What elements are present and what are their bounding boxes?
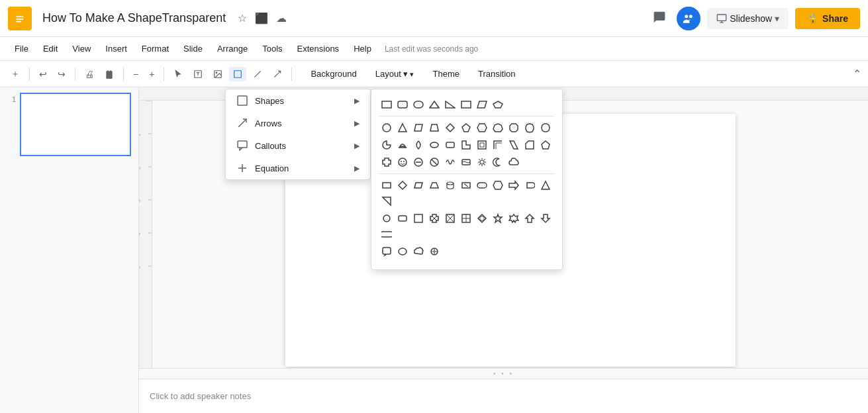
background-button[interactable]: Background	[303, 66, 364, 82]
pentagon-shape[interactable]	[491, 97, 505, 112]
flowinvsqrt-shape[interactable]	[379, 194, 394, 208]
shapes-menu-item[interactable]: Shapes ▶	[226, 89, 370, 112]
menu-extensions[interactable]: Extensions	[291, 41, 346, 56]
flowoval-shape[interactable]	[395, 244, 410, 259]
line-tool[interactable]	[249, 67, 266, 81]
rounded-rect-shape[interactable]	[395, 97, 410, 112]
flowtriangle-shape[interactable]	[538, 178, 553, 193]
equation-menu-item[interactable]: Equation ▶	[226, 157, 370, 179]
flowparallelogram-shape[interactable]	[411, 178, 426, 193]
forbidden-shape[interactable]	[427, 155, 442, 169]
menu-tools[interactable]: Tools	[256, 41, 289, 56]
flowrect-shape[interactable]	[379, 178, 394, 193]
flowcircle2-shape[interactable]	[379, 211, 394, 226]
circle-shape[interactable]	[379, 120, 394, 135]
image-tool[interactable]	[209, 67, 226, 81]
heptagon-shape[interactable]	[491, 120, 505, 135]
trapezoid-shape[interactable]	[427, 120, 442, 135]
flowsix-shape[interactable]	[475, 211, 489, 226]
pie-shape[interactable]	[379, 138, 394, 152]
comment-button[interactable]	[649, 7, 670, 30]
right-triangle-shape[interactable]	[443, 97, 458, 112]
frame-shape[interactable]	[475, 138, 489, 152]
flowcaption-shape[interactable]	[379, 227, 394, 242]
flowrect2-shape[interactable]	[411, 211, 426, 226]
dodecagon-shape[interactable]	[538, 120, 553, 135]
decagon-shape[interactable]	[522, 120, 537, 135]
menu-slide[interactable]: Slide	[177, 41, 209, 56]
chord-shape[interactable]	[395, 138, 410, 152]
collapse-toolbar-button[interactable]: ⌃	[853, 68, 861, 80]
star-icon[interactable]: ☆	[238, 12, 247, 24]
flowcollate-shape[interactable]	[459, 178, 473, 193]
select-tool[interactable]	[169, 67, 187, 81]
notes-divider[interactable]: • • •	[139, 368, 868, 379]
flowplus-shape[interactable]	[459, 211, 473, 226]
teardrop-shape[interactable]	[411, 138, 426, 152]
folder-icon[interactable]: ⬛	[255, 12, 268, 24]
speaker-notes[interactable]: Click to add speaker notes	[139, 379, 868, 413]
callouts-menu-item[interactable]: Callouts ▶	[226, 134, 370, 157]
sun-shape[interactable]	[475, 155, 489, 169]
flowseven-shape[interactable]	[506, 211, 521, 226]
cloud-icon[interactable]: ☁	[276, 12, 287, 24]
noentry-shape[interactable]	[411, 155, 426, 169]
isosceles-triangle-shape[interactable]	[395, 120, 410, 135]
double-rounded-rect-shape[interactable]	[411, 97, 426, 112]
l-shape[interactable]	[459, 138, 473, 152]
squiggle-shape[interactable]	[443, 155, 458, 169]
moon-shape[interactable]	[491, 155, 505, 169]
flowrect3-shape[interactable]	[379, 244, 394, 259]
diagonal-rect-shape[interactable]	[475, 97, 489, 112]
transition-button[interactable]: Transition	[470, 66, 524, 82]
undo-button[interactable]: ↩	[35, 66, 51, 82]
zoom-in-button[interactable]: +	[145, 66, 158, 82]
flowtrapezoid-shape[interactable]	[427, 178, 442, 193]
flowarrow-shape[interactable]	[506, 178, 521, 193]
add-button[interactable]: ＋	[7, 66, 24, 83]
theme-button[interactable]: Theme	[424, 66, 467, 82]
ellipse-shape[interactable]	[427, 138, 442, 152]
half-frame-shape[interactable]	[491, 138, 505, 152]
flowcylinder-shape[interactable]	[443, 178, 458, 193]
shapes-tool[interactable]	[229, 67, 246, 81]
redo-button[interactable]: ↪	[54, 66, 70, 82]
flowprep-shape[interactable]	[491, 178, 505, 193]
flowup-shape[interactable]	[522, 211, 537, 226]
menu-help[interactable]: Help	[347, 41, 378, 56]
flowdelay-shape[interactable]	[522, 178, 537, 193]
slide-thumbnail[interactable]: 1	[5, 93, 133, 156]
menu-arrange[interactable]: Arrange	[211, 41, 254, 56]
slideshow-button[interactable]: Slideshow ▾	[707, 8, 789, 29]
flowcross-shape[interactable]	[427, 211, 442, 226]
snip-corner-shape[interactable]	[522, 138, 537, 152]
diamond-shape[interactable]	[443, 120, 458, 135]
flowstar5-shape[interactable]	[491, 211, 505, 226]
flowdiamond-shape[interactable]	[395, 178, 410, 193]
cloud-badge-shape[interactable]	[506, 155, 521, 169]
flowx-shape[interactable]	[443, 211, 458, 226]
flowroundrect-shape[interactable]	[395, 211, 410, 226]
arrows-menu-item[interactable]: Arrows ▶	[226, 112, 370, 134]
cross-shape[interactable]	[379, 155, 394, 169]
rect-shape[interactable]	[379, 97, 394, 112]
triangle-shape[interactable]	[427, 97, 442, 112]
hexagon-shape[interactable]	[475, 120, 489, 135]
textbox-tool[interactable]	[189, 67, 207, 81]
share-button[interactable]: 🔒 Share	[795, 8, 860, 29]
flowcloud-shape[interactable]	[411, 244, 426, 259]
flowterm-shape[interactable]	[475, 178, 489, 193]
menu-file[interactable]: File	[8, 41, 35, 56]
wave-shape[interactable]	[459, 155, 473, 169]
rounded-rect2-shape[interactable]	[443, 138, 458, 152]
diagonal-line-shape[interactable]	[506, 138, 521, 152]
menu-format[interactable]: Format	[135, 41, 175, 56]
parallelogram-shape[interactable]	[411, 120, 426, 135]
zoom-out-button[interactable]: −	[129, 66, 142, 82]
flowbrace-shape[interactable]	[427, 244, 442, 259]
print-button[interactable]: 🖨	[81, 66, 98, 82]
paint-format-button[interactable]	[101, 67, 118, 81]
menu-edit[interactable]: Edit	[36, 41, 64, 56]
snipped-rect-shape[interactable]	[459, 97, 473, 112]
smiley-shape[interactable]	[395, 155, 410, 169]
